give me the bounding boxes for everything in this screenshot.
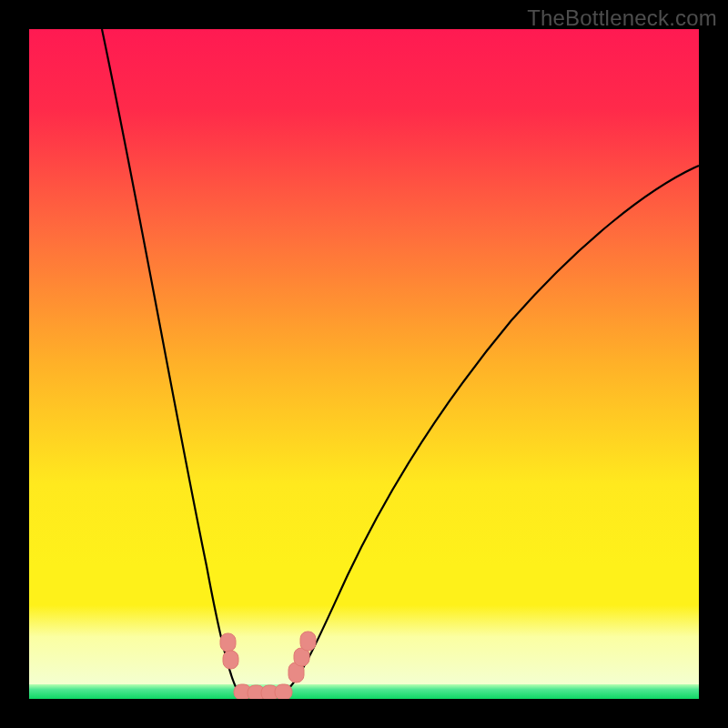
curve-marker: [223, 651, 238, 669]
watermark-text: TheBottleneck.com: [527, 5, 717, 31]
plot-area: [29, 29, 699, 699]
curve-marker: [220, 633, 236, 652]
gradient-bg: [29, 29, 699, 699]
curve-marker: [300, 632, 316, 651]
curve-marker: [275, 684, 292, 699]
green-band: [29, 684, 699, 699]
plot-svg: [29, 29, 699, 699]
chart-frame: TheBottleneck.com: [0, 0, 728, 728]
pale-band: [29, 605, 699, 684]
